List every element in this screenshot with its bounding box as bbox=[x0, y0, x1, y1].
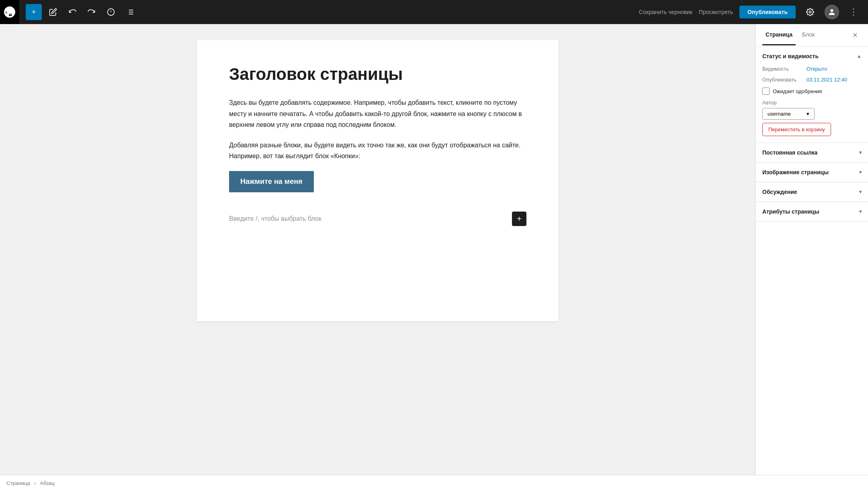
add-block-inline-button[interactable]: + bbox=[512, 212, 526, 226]
paragraph-1[interactable]: Здесь вы будете добавлять содержимое. На… bbox=[229, 97, 526, 130]
add-block-placeholder: Введите /, чтобы выбрать блок bbox=[229, 215, 321, 222]
bottom-bar: Страница › Абзац bbox=[0, 475, 868, 491]
author-container: Автор username ▾ bbox=[762, 100, 862, 120]
trash-button[interactable]: Переместить в корзину bbox=[762, 123, 831, 136]
wp-logo[interactable] bbox=[0, 0, 19, 24]
author-chevron-icon: ▾ bbox=[807, 111, 809, 117]
publish-label: Опубликовать bbox=[762, 77, 807, 83]
permalink-header[interactable]: Постоянная ссылка ▾ bbox=[756, 143, 868, 162]
status-section-header[interactable]: Статус и видимость ▲ bbox=[756, 47, 868, 66]
preview-link[interactable]: Просмотреть bbox=[699, 9, 733, 15]
publish-row: Опубликовать 03.11.2021 12:40 bbox=[762, 77, 862, 83]
publish-value[interactable]: 03.11.2021 12:40 bbox=[807, 77, 847, 83]
status-visibility-section: Статус и видимость ▲ Видимость Открыто О… bbox=[756, 47, 868, 143]
breadcrumb-paragraph[interactable]: Абзац bbox=[40, 480, 54, 486]
featured-image-chevron-icon: ▾ bbox=[859, 169, 862, 175]
status-chevron-icon: ▲ bbox=[857, 53, 862, 59]
author-value: username bbox=[768, 111, 791, 117]
discussion-chevron-icon: ▾ bbox=[859, 189, 862, 195]
featured-image-header[interactable]: Изображение страницы ▾ bbox=[756, 163, 868, 182]
visibility-value[interactable]: Открыто bbox=[807, 66, 827, 72]
user-avatar[interactable] bbox=[825, 5, 839, 19]
breadcrumb-page[interactable]: Страница bbox=[6, 480, 30, 486]
page-attributes-header[interactable]: Атрибуты страницы ▾ bbox=[756, 202, 868, 221]
edit-button[interactable] bbox=[45, 4, 61, 20]
settings-button[interactable] bbox=[802, 4, 818, 20]
page-attributes-chevron-icon: ▾ bbox=[859, 209, 862, 214]
pending-label: Ожидает одобрения bbox=[773, 88, 822, 94]
permalink-title: Постоянная ссылка bbox=[762, 149, 817, 156]
main-toolbar: + Сохранить черновик Просмотреть Опублик… bbox=[0, 0, 868, 24]
save-draft-link[interactable]: Сохранить черновик bbox=[639, 9, 692, 15]
add-block-button[interactable]: + bbox=[26, 4, 42, 20]
discussion-title: Обсуждение bbox=[762, 189, 797, 195]
discussion-header[interactable]: Обсуждение ▾ bbox=[756, 182, 868, 202]
more-options-button[interactable]: ⋮ bbox=[845, 4, 862, 20]
pending-checkbox[interactable] bbox=[762, 88, 770, 95]
tab-page[interactable]: Страница bbox=[762, 25, 796, 45]
page-attributes-title: Атрибуты страницы bbox=[762, 208, 819, 215]
paragraph-2[interactable]: Добавляя разные блоки, вы будете видеть … bbox=[229, 140, 526, 161]
sidebar: Страница Блок × Статус и видимость ▲ Вид… bbox=[755, 24, 868, 475]
visibility-label: Видимость bbox=[762, 66, 807, 72]
editor-area[interactable]: Заголовок страницы Здесь вы будете добав… bbox=[0, 24, 755, 475]
sidebar-header: Страница Блок × bbox=[756, 24, 868, 47]
add-block-row: Введите /, чтобы выбрать блок + bbox=[229, 212, 526, 226]
author-select[interactable]: username ▾ bbox=[762, 108, 815, 120]
author-label: Автор bbox=[762, 100, 862, 106]
publish-button[interactable]: Опубликовать bbox=[739, 6, 796, 18]
main-layout: Заголовок страницы Здесь вы будете добав… bbox=[0, 24, 868, 475]
permalink-chevron-icon: ▾ bbox=[859, 150, 862, 155]
sidebar-close-button[interactable]: × bbox=[849, 29, 862, 42]
status-section-body: Видимость Открыто Опубликовать 03.11.202… bbox=[756, 66, 868, 143]
featured-image-section: Изображение страницы ▾ bbox=[756, 163, 868, 182]
editor-canvas: Заголовок страницы Здесь вы будете добав… bbox=[197, 40, 559, 321]
tab-block[interactable]: Блок bbox=[799, 25, 818, 45]
discussion-section: Обсуждение ▾ bbox=[756, 182, 868, 202]
breadcrumb-separator: › bbox=[34, 480, 36, 486]
list-view-button[interactable] bbox=[122, 4, 138, 20]
page-attributes-section: Атрибуты страницы ▾ bbox=[756, 202, 868, 222]
featured-image-title: Изображение страницы bbox=[762, 169, 829, 175]
svg-point-9 bbox=[809, 11, 811, 13]
redo-button[interactable] bbox=[84, 4, 100, 20]
pending-row: Ожидает одобрения bbox=[762, 88, 862, 95]
visibility-row: Видимость Открыто bbox=[762, 66, 862, 72]
example-button[interactable]: Нажмите на меня bbox=[229, 171, 314, 192]
status-section-title: Статус и видимость bbox=[762, 53, 819, 59]
details-button[interactable] bbox=[103, 4, 119, 20]
page-title[interactable]: Заголовок страницы bbox=[229, 64, 526, 84]
undo-button[interactable] bbox=[64, 4, 80, 20]
permalink-section: Постоянная ссылка ▾ bbox=[756, 143, 868, 163]
